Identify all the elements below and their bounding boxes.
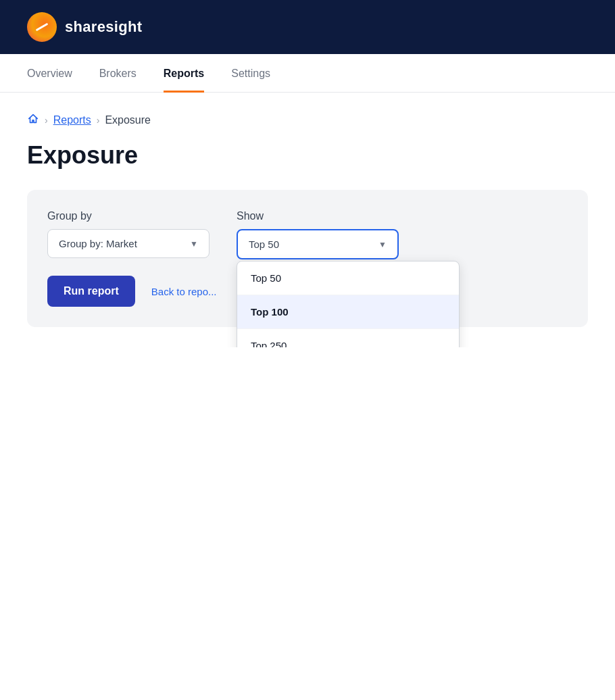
group-by-select[interactable]: Group by: Market ▼: [47, 229, 210, 258]
nav-overview[interactable]: Overview: [27, 54, 72, 93]
main-content: › Reports › Exposure Exposure Group by G…: [0, 93, 615, 347]
report-config-card: Group by Group by: Market ▼ Show Top 50 …: [27, 190, 588, 327]
logo-area: sharesight: [27, 12, 142, 42]
show-chevron-icon: ▼: [378, 240, 387, 249]
nav-brokers[interactable]: Brokers: [99, 54, 137, 93]
show-select[interactable]: Top 50 ▼: [237, 229, 399, 259]
breadcrumb-reports-link[interactable]: Reports: [53, 114, 91, 126]
group-by-label: Group by: [47, 210, 210, 222]
header: sharesight: [0, 0, 615, 54]
dropdown-option-top100[interactable]: Top 100: [237, 295, 459, 329]
group-by-chevron-icon: ▼: [190, 239, 198, 249]
breadcrumb: › Reports › Exposure: [27, 113, 588, 128]
group-by-select-wrapper: Group by: Market ▼: [47, 229, 210, 258]
breadcrumb-current: Exposure: [105, 114, 151, 126]
nav-settings[interactable]: Settings: [231, 54, 270, 93]
back-to-reports-link[interactable]: Back to repo...: [151, 286, 217, 297]
show-select-wrapper: Top 50 ▼ Top 50 Top 100 Top 250 Top 500: [237, 229, 399, 259]
sharesight-logo-icon: [27, 12, 57, 42]
dropdown-option-top250[interactable]: Top 250: [237, 329, 459, 347]
show-label: Show: [237, 210, 399, 222]
show-group: Show Top 50 ▼ Top 50 Top 100 Top 250 Top…: [237, 210, 399, 259]
group-by-group: Group by Group by: Market ▼: [47, 210, 210, 259]
dropdown-option-top50[interactable]: Top 50: [237, 261, 459, 295]
breadcrumb-sep-1: ›: [45, 115, 48, 126]
nav-reports[interactable]: Reports: [164, 54, 204, 93]
nav-bar: Overview Brokers Reports Settings: [0, 54, 615, 93]
run-report-button[interactable]: Run report: [47, 276, 135, 307]
form-row: Group by Group by: Market ▼ Show Top 50 …: [47, 210, 568, 259]
breadcrumb-sep-2: ›: [97, 115, 100, 126]
breadcrumb-home-icon[interactable]: [27, 113, 39, 128]
page-title: Exposure: [27, 141, 588, 170]
logo-text: sharesight: [65, 18, 142, 36]
group-by-value: Group by: Market: [59, 238, 137, 249]
show-dropdown: Top 50 Top 100 Top 250 Top 500: [237, 261, 460, 347]
show-value: Top 50: [249, 239, 279, 250]
